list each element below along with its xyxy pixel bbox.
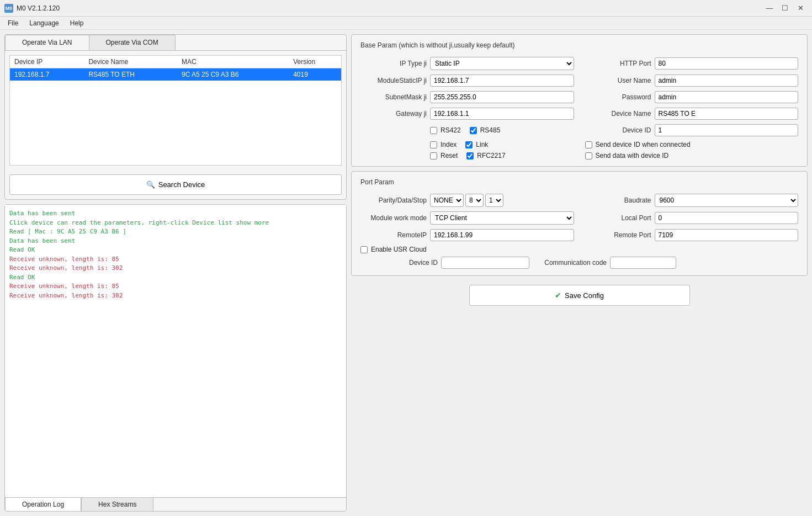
parity-selects: NONEODDEVEN 876 12 [430, 194, 574, 207]
search-icon: 🔍 [146, 180, 155, 189]
port-param-title: Port Param [360, 178, 798, 186]
http-port-input[interactable] [655, 57, 799, 70]
tab-hex-streams[interactable]: Hex Streams [81, 498, 153, 511]
send-data-id-row: Send data with device ID [585, 152, 799, 159]
menu-language[interactable]: Language [25, 18, 63, 28]
data-select[interactable]: 876 [465, 194, 484, 207]
rs422-label: RS422 [441, 126, 461, 134]
search-device-button[interactable]: 🔍 Search Device [9, 174, 342, 195]
work-mode-select[interactable]: TCP ClientTCP ServerUDP [430, 211, 574, 225]
device-table-wrapper: Device IP Device Name MAC Version 192.16… [5, 51, 346, 170]
rs422-checkbox[interactable] [430, 127, 437, 134]
password-input[interactable] [655, 91, 799, 103]
titlebar-controls: — ☐ ✕ [762, 2, 808, 14]
rs485-label: RS485 [480, 126, 501, 134]
work-mode-label: Module work mode [360, 214, 427, 222]
device-name-input[interactable] [655, 108, 799, 120]
username-label: User Name [585, 77, 651, 84]
parity-label: Parity/Data/Stop [360, 196, 427, 204]
col-mac: MAC [177, 56, 289, 68]
rs485-group: RS485 [470, 126, 501, 134]
titlebar-left: M0 M0 V2.1.2.120 [4, 4, 60, 13]
rfc2217-checkbox[interactable] [466, 152, 474, 159]
reset-checkbox[interactable] [430, 152, 437, 159]
remote-ip-row: RemoteIP [360, 229, 574, 241]
baudrate-select[interactable]: 9600192003840057600115200 [655, 194, 799, 207]
save-icon: ✔ [555, 291, 561, 300]
device-section: Operate Via LAN Operate Via COM Device I… [4, 34, 347, 200]
rfc2217-label: RFC2217 [477, 152, 505, 159]
log-content[interactable]: Data has been sentClick device can read … [5, 205, 346, 497]
table-row[interactable]: 192.168.1.7 RS485 TO ETH 9C A5 25 C9 A3 … [10, 68, 341, 81]
search-label: Search Device [158, 180, 205, 189]
username-input[interactable] [655, 75, 799, 87]
cloud-device-id-row: Device ID [371, 257, 529, 269]
ip-type-label: IP Type ji [360, 60, 427, 67]
ip-type-row: IP Type ji Static IP DHCP [360, 57, 574, 70]
send-device-id-checkbox[interactable] [585, 141, 592, 148]
base-param-title: Base Param (which is without ji,usually … [360, 41, 798, 49]
gateway-input[interactable] [430, 108, 574, 120]
remote-port-row: Remote Port [585, 229, 799, 241]
restore-button[interactable]: ☐ [778, 2, 792, 14]
gateway-label: Gateway ji [360, 110, 427, 118]
link-checkbox[interactable] [465, 141, 473, 148]
parity-select[interactable]: NONEODDEVEN [430, 194, 464, 207]
index-label: Index [441, 141, 457, 148]
tab-operation-log[interactable]: Operation Log [5, 498, 81, 511]
save-label: Save Config [565, 291, 604, 300]
save-section: ✔ Save Config [351, 280, 808, 310]
cloud-device-id-input[interactable] [441, 257, 529, 269]
username-row: User Name [585, 75, 799, 87]
base-param-section: Base Param (which is without ji,usually … [351, 34, 808, 167]
enable-cloud-label: Enable USR Cloud [371, 246, 427, 253]
close-button[interactable]: ✕ [793, 2, 808, 14]
link-label: Link [476, 141, 488, 148]
remote-ip-input[interactable] [430, 229, 574, 241]
tab-operate-com[interactable]: Operate Via COM [89, 35, 176, 50]
device-name-label: Device Name [585, 110, 651, 118]
device-id-input[interactable] [655, 124, 799, 136]
send-data-id-checkbox[interactable] [585, 152, 592, 159]
reset-group: Reset [430, 152, 458, 159]
reset-label: Reset [441, 152, 458, 159]
local-port-input[interactable] [655, 212, 799, 224]
subnet-input[interactable] [430, 91, 574, 103]
cloud-comm-code-label: Communication code [540, 259, 607, 267]
baudrate-row: Baudrate 9600192003840057600115200 [585, 194, 799, 207]
col-device-ip: Device IP [10, 56, 84, 68]
password-label: Password [585, 93, 651, 101]
parity-row: Parity/Data/Stop NONEODDEVEN 876 12 [360, 194, 574, 207]
rs485-checkbox[interactable] [470, 127, 477, 134]
module-ip-input[interactable] [430, 75, 574, 87]
enable-cloud-checkbox[interactable] [360, 246, 368, 253]
send-data-id-label: Send data with device ID [596, 152, 669, 159]
minimize-button[interactable]: — [762, 2, 777, 14]
rs422-group: RS422 [430, 126, 461, 134]
send-device-id-label: Send device ID when connected [596, 141, 691, 148]
save-config-button[interactable]: ✔ Save Config [469, 285, 690, 306]
cloud-comm-code-input[interactable] [610, 257, 676, 269]
left-panel: Operate Via LAN Operate Via COM Device I… [4, 34, 347, 512]
cloud-comm-code-row: Communication code [540, 257, 676, 269]
index-checkbox[interactable] [430, 141, 437, 148]
cell-name: RS485 TO ETH [84, 68, 177, 81]
stop-select[interactable]: 12 [485, 194, 503, 207]
menubar: File Language Help [0, 17, 812, 30]
cloud-device-id-label: Device ID [371, 259, 438, 267]
cell-version: 4019 [289, 68, 341, 81]
http-port-row: HTTP Port [585, 57, 799, 70]
ip-type-select[interactable]: Static IP DHCP [430, 57, 574, 70]
menu-file[interactable]: File [3, 18, 23, 28]
rfc2217-group: RFC2217 [466, 152, 505, 159]
send-device-id-row: Send device ID when connected [585, 141, 799, 148]
menu-help[interactable]: Help [66, 18, 88, 28]
port-param-section: Port Param Parity/Data/Stop NONEODDEVEN … [351, 171, 808, 276]
reset-rfc-row: Reset RFC2217 [360, 152, 574, 159]
enable-cloud-group: Enable USR Cloud [360, 246, 798, 253]
device-tabs-row: Operate Via LAN Operate Via COM [5, 35, 346, 51]
index-link-row: Index Link [360, 141, 574, 148]
app-title: M0 V2.1.2.120 [17, 4, 60, 12]
tab-operate-lan[interactable]: Operate Via LAN [5, 35, 89, 50]
remote-port-input[interactable] [655, 229, 799, 241]
